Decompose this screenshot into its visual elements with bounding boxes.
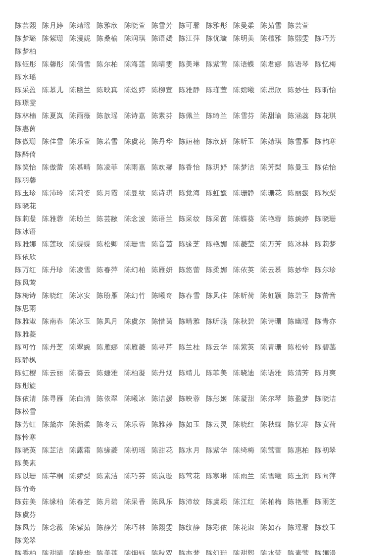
names-line: 陈笑怡 陈傲蕾 陈慕晴 陈凌菲 陈雨嘉 陈欢馨 陈香怡 陈玥妤 陈梦洁 陈芳梨 … — [15, 162, 377, 174]
names-line: 陈梦璐 陈紫珊 陈漫妮 陈桑榆 陈润琪 陈语嫣 陈江萍 陈优璇 陈明美 陈檀雅 … — [15, 33, 377, 45]
names-line: 陈莉凝 陈雅蓉 陈盼兰 陈芸敝 陈念波 陈语兰 陈采纹 陈采茵 陈蝶葵 陈艳蓉 … — [15, 213, 377, 225]
names-line: 陈虹樱 陈云丽 陈葵云 陈婕雅 陈柏凝 陈丹烟 陈靖儿 陈菲美 陈晓迪 陈语雅 … — [15, 367, 377, 380]
names-line: 陈万红 陈丹珍 陈凌雪 陈春萍 陈幻柏 陈雁妍 陈悠蕾 陈柔媚 陈依英 陈云慕 … — [15, 264, 377, 277]
names-line: 陈凤芳 陈念薇 陈紫茹 陈静芳 陈巧林 陈熙雯 陈纹静 陈彩依 陈花淑 陈如春 … — [15, 522, 377, 534]
names-line: 陈水瑶 — [15, 71, 377, 84]
names-line: 陈松雪 — [15, 406, 377, 418]
names-container: 陈芸熙 陈月婷 陈靖瑶 陈雅欣 陈晓萱 陈雪芳 陈可馨 陈雅彤 陈曼柔 陈茹雪 … — [15, 20, 377, 555]
names-line: 陈玉珍 陈沛玲 陈莉姿 陈月霞 陈曼纹 陈诗琪 陈觉海 陈虹媛 陈珊静 陈珊花 … — [15, 187, 377, 200]
names-line: 陈冰语 — [15, 226, 377, 238]
names-line: 陈羽馨 — [15, 174, 377, 187]
names-line: 陈晓花 — [15, 200, 377, 213]
names-line: 陈醉倚 — [15, 149, 377, 161]
names-line: 陈香柏 陈甜晴 陈晓华 陈美莲 陈烟钰 陈秋双 陈亦梦 陈幻珊 陈甜熙 陈水莹 … — [15, 548, 377, 555]
names-line: 陈思雨 — [15, 303, 377, 315]
names-line: 陈怜寒 — [15, 432, 377, 444]
names-line: 陈静枫 — [15, 354, 377, 367]
names-line: 陈雅淑 陈南春 陈冰玉 陈凤月 陈虞尔 陈惜茵 陈晴雅 陈昕燕 陈秋碧 陈诗珊 … — [15, 316, 377, 328]
names-line: 陈芸熙 陈月婷 陈靖瑶 陈雅欣 陈晓萱 陈雪芳 陈可馨 陈雅彤 陈曼柔 陈茹雪 … — [15, 20, 377, 32]
names-line: 陈晓英 陈芷洁 陈露霜 陈缘菱 陈初瑶 陈甜花 陈水月 陈紫华 陈绮梅 陈莺蕾 … — [15, 444, 377, 457]
names-line: 陈钰彤 陈馨彤 陈倩雪 陈尔柏 陈海莲 陈晴雯 陈美琳 陈紫莺 陈语蝶 陈君娜 … — [15, 58, 377, 71]
names-line: 陈林楠 陈夏岚 陈雨薇 陈歆瑶 陈诗嘉 陈素芬 陈佩兰 陈绮兰 陈雪芬 陈甜瑜 … — [15, 110, 377, 122]
names-line: 陈梅诗 陈晓红 陈冰安 陈盼雁 陈幻竹 陈曦奇 陈春雪 陈凤佳 陈昕荷 陈虹颖 … — [15, 290, 377, 302]
names-block: 陈芸熙 陈月婷 陈靖瑶 陈雅欣 陈晓萱 陈雪芳 陈可馨 陈雅彤 陈曼柔 陈茹雪 … — [15, 20, 377, 555]
names-line: 陈芳虹 陈黛亦 陈新柔 陈冬云 陈乐蓉 陈雅婷 陈如玉 陈云灵 陈晓红 陈秋蝶 … — [15, 419, 377, 431]
names-line: 陈依欣 — [15, 251, 377, 264]
names-line: 陈茹美 陈缘柏 陈春芝 陈月碧 陈采香 陈凤乐 陈沛纹 陈虞颖 陈江红 陈柏梅 … — [15, 496, 377, 508]
names-line: 陈可竹 陈丹芝 陈翠婉 陈雁娜 陈雁菱 陈寻芹 陈兰桂 陈云华 陈紫英 陈青珊 … — [15, 341, 377, 354]
names-line: 陈惠茵 — [15, 123, 377, 135]
names-line: 陈彤旋 — [15, 380, 377, 392]
names-line: 陈采盈 陈慕儿 陈幽兰 陈映真 陈煜婷 陈柳萱 陈雅静 陈瑾萱 陈嫦曦 陈思欣 … — [15, 84, 377, 97]
names-line: 陈梦柏 — [15, 46, 377, 58]
names-line: 陈雅娜 陈莲玫 陈蝶蝶 陈松卿 陈珊雪 陈音茵 陈缘芝 陈艳媚 陈菱莹 陈万芳 … — [15, 238, 377, 251]
names-line: 陈觉翠 — [15, 535, 377, 547]
names-line: 陈美素 — [15, 457, 377, 470]
names-line: 陈竹奇 — [15, 483, 377, 496]
names-line: 陈虞芬 — [15, 509, 377, 521]
names-line: 陈傲珊 陈佳雪 陈乐萱 陈若雪 陈虞花 陈丹华 陈姮楠 陈欣妍 陈昕玉 陈婧琪 … — [15, 136, 377, 148]
names-line: 陈璟雯 — [15, 97, 377, 110]
names-line: 陈凤莺 — [15, 277, 377, 289]
names-line: 陈依清 陈寻雁 陈白清 陈依翠 陈曦冰 陈洁媛 陈映蓉 陈彤姬 陈凝甜 陈尔琴 … — [15, 393, 377, 405]
names-line: 陈以珊 陈芊桐 陈娇梨 陈素洁 陈巧芬 陈岚璇 陈莺花 陈寒琳 陈雨兰 陈雪曦 … — [15, 470, 377, 483]
names-line: 陈雅菱 — [15, 329, 377, 341]
